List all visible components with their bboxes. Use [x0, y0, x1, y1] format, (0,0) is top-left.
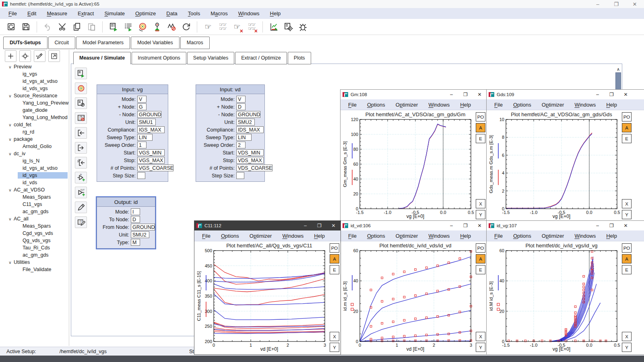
- input-vg-field[interactable]: 1: [137, 142, 147, 148]
- close-button[interactable]: ✕: [625, 0, 644, 8]
- plot-menu-help[interactable]: Help: [309, 232, 330, 240]
- undo-icon[interactable]: [41, 21, 54, 33]
- plot-button-po[interactable]: PO: [622, 243, 632, 253]
- plot-titlebar[interactable]: id_vd:106 – ❐ ✕: [341, 221, 486, 230]
- output-id-field[interactable]: I: [131, 208, 140, 215]
- plot-review-icon[interactable]: [267, 21, 280, 33]
- tree-item-ig_Is_N[interactable]: ig_Is_N: [0, 157, 68, 165]
- output-id-field[interactable]: M: [131, 239, 140, 246]
- output-id-form[interactable]: Output: idMode: ITo Node: DFrom Node: GR…: [97, 197, 155, 249]
- tab-circuit[interactable]: Circuit: [48, 37, 75, 49]
- maximize-button[interactable]: ❐: [312, 221, 326, 230]
- chevron-down-icon[interactable]: ∨: [7, 152, 13, 156]
- input-vd-field[interactable]: VDS_MAX: [236, 157, 264, 164]
- plot-menu-help[interactable]: Help: [601, 232, 622, 240]
- add-icon[interactable]: [5, 50, 17, 62]
- tree-item-File_Validate[interactable]: File_Validate: [0, 266, 68, 273]
- tree-group-dc_iv[interactable]: ∨ dc_iv: [0, 150, 68, 157]
- vvals-icon[interactable]: 1.9E-32.1E: [75, 112, 87, 124]
- input-vd-field[interactable]: SMU2: [236, 119, 255, 125]
- plot-menu-file[interactable]: File: [197, 232, 216, 240]
- plot-menu-options[interactable]: Options: [362, 101, 390, 109]
- plot-menu-file[interactable]: File: [489, 232, 508, 240]
- plot-menu-file[interactable]: File: [343, 232, 362, 240]
- vpencil-icon[interactable]: [75, 202, 87, 213]
- tree-item-id_vgs_at_vdso[interactable]: id_vgs_at_vdso: [0, 78, 68, 85]
- plot-menu-windows[interactable]: Windows: [569, 101, 601, 109]
- simulate-selected-icon[interactable]: [122, 21, 134, 33]
- input-vg-field[interactable]: VGS_MIN: [137, 149, 165, 156]
- plot-menu-options[interactable]: Options: [362, 232, 390, 240]
- tab-model-variables[interactable]: Model Variables: [131, 37, 180, 49]
- tree-item-id_vgs_at_vdso[interactable]: id_vgs_at_vdso: [0, 165, 68, 172]
- plot-menu-options[interactable]: Options: [216, 232, 244, 240]
- tree-item-rg_rd[interactable]: rg_rd: [0, 128, 68, 136]
- plot-menu-options[interactable]: Options: [508, 232, 537, 240]
- subtab-extract-optimize[interactable]: Extract / Optimize: [235, 52, 287, 64]
- vinst-icon[interactable]: [75, 97, 87, 109]
- plot-button-a[interactable]: A: [476, 123, 485, 132]
- tree-item-gate_diode[interactable]: gate_diode: [0, 107, 68, 114]
- menu-item-simulate[interactable]: Simulate: [99, 9, 130, 18]
- plot-button-a[interactable]: A: [476, 254, 485, 263]
- plot-menu-help[interactable]: Help: [455, 232, 476, 240]
- plot-menu-windows[interactable]: Windows: [277, 232, 309, 240]
- plot-button-y[interactable]: Y: [476, 343, 485, 352]
- plot-button-e[interactable]: E: [476, 265, 485, 274]
- plot-menu-options[interactable]: Options: [508, 101, 537, 109]
- plot-menu-windows[interactable]: Windows: [569, 232, 601, 240]
- paste-icon[interactable]: [85, 21, 98, 33]
- plot-button-po[interactable]: PO: [476, 112, 485, 121]
- tab-model-parameters[interactable]: Model Parameters: [76, 37, 130, 49]
- plot-button-y[interactable]: Y: [622, 210, 632, 219]
- run-simulate-icon[interactable]: [107, 21, 120, 33]
- menu-item-tools[interactable]: Tools: [183, 9, 205, 18]
- plot-button-y[interactable]: Y: [330, 343, 339, 352]
- tree-item-Cgd_vgs_vds[interactable]: Cgd_vgs_vds: [0, 230, 68, 237]
- tree-group-Utilities[interactable]: ∨ Utilities: [0, 259, 68, 266]
- edit-setup-icon[interactable]: [34, 50, 45, 62]
- input-vd-form[interactable]: Input: vdMode: V+ Node: D- Node: GROUNDU…: [196, 84, 265, 182]
- tree-item-Meas_Spars[interactable]: Meas_Spars: [0, 222, 68, 230]
- vvalsedit-icon[interactable]: 1.9E2.1E: [75, 216, 87, 228]
- input-vd-field[interactable]: IDS_MAX: [236, 126, 264, 133]
- open-setup-icon[interactable]: [5, 21, 18, 33]
- chevron-down-icon[interactable]: ∨: [7, 123, 13, 127]
- input-vd-field[interactable]: VDS_COARSE: [236, 165, 272, 171]
- minimize-button[interactable]: –: [444, 90, 458, 99]
- minimize-button[interactable]: –: [590, 221, 605, 230]
- menu-item-windows[interactable]: Windows: [233, 9, 265, 18]
- close-button[interactable]: ✕: [473, 221, 487, 230]
- tree-item-Yang_Long_Preview[interactable]: Yang_Long_Preview: [0, 99, 68, 107]
- tree-group-Source_Resistance[interactable]: ∨ Source_Resistance: [0, 92, 68, 99]
- tree-item-Tau_Ri_Cds[interactable]: Tau_Ri_Cds: [0, 244, 68, 251]
- minimize-button[interactable]: –: [444, 221, 458, 230]
- tree-item-Arnold_Golio[interactable]: Arnold_Golio: [0, 143, 68, 150]
- output-id-field[interactable]: GROUND: [131, 224, 155, 230]
- measure-all-icon[interactable]: ☞☞☞☞: [216, 21, 229, 33]
- voutamp-icon[interactable]: OUT: [75, 187, 87, 198]
- chevron-down-icon[interactable]: ∨: [7, 260, 13, 265]
- input-vd-field[interactable]: VDS_MIN: [236, 149, 264, 156]
- chevron-down-icon[interactable]: ∨: [7, 137, 13, 142]
- abort-measure-icon[interactable]: ☞×: [231, 21, 244, 33]
- plot-button-po[interactable]: PO: [476, 243, 485, 253]
- add-dut-icon[interactable]: [19, 50, 31, 62]
- menu-item-edit[interactable]: Edit: [22, 9, 41, 18]
- plot-menu-optimizer[interactable]: Optimizer: [537, 232, 570, 240]
- tree-group-AC_at_VDSO[interactable]: ∨ AC_at_VDSO: [0, 186, 68, 193]
- input-vd-field[interactable]: V: [236, 96, 246, 103]
- input-vg-form[interactable]: Input: vgMode: V+ Node: G- Node: GROUNDU…: [97, 84, 168, 182]
- detach-icon[interactable]: [48, 50, 60, 62]
- plot-menu-help[interactable]: Help: [455, 101, 476, 109]
- input-vd-field[interactable]: LIN: [236, 134, 252, 141]
- chevron-down-icon[interactable]: ∨: [7, 94, 13, 98]
- plot-titlebar[interactable]: id_vg:107 – ❐ ✕: [487, 221, 644, 230]
- plot-menu-file[interactable]: File: [343, 101, 362, 109]
- manual-measure-icon[interactable]: ☞: [202, 21, 215, 33]
- tree-item-id_vds_vgs[interactable]: id_vds_vgs: [0, 85, 68, 92]
- display-setup-icon[interactable]: [282, 21, 295, 33]
- tab-macros[interactable]: Macros: [180, 37, 210, 49]
- plot-titlebar[interactable]: Gds:109 – ❐ ✕: [487, 90, 644, 99]
- tree-item-id_vds[interactable]: id_vds: [0, 179, 68, 186]
